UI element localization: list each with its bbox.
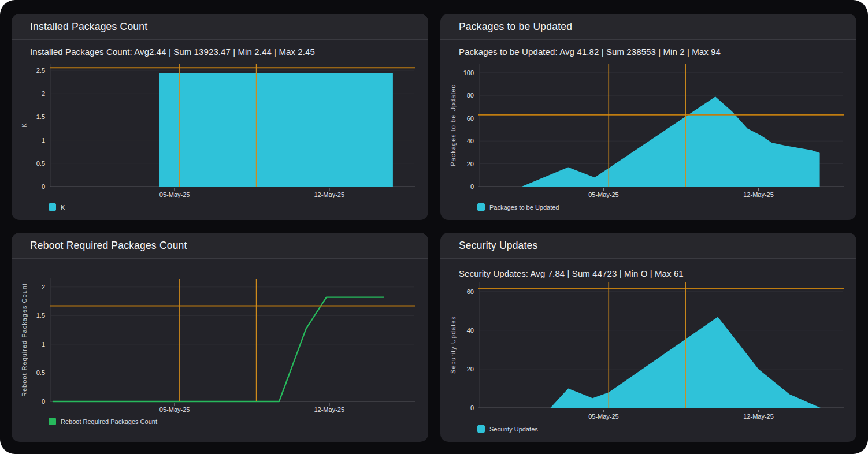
svg-text:2: 2 <box>42 284 45 291</box>
svg-text:80: 80 <box>467 92 474 99</box>
svg-text:Reboot Required Packages Count: Reboot Required Packages Count <box>21 283 28 397</box>
legend-label[interactable]: Reboot Required Packages Count <box>61 418 157 425</box>
svg-text:K: K <box>21 122 28 127</box>
svg-text:60: 60 <box>467 115 474 122</box>
svg-text:0.5: 0.5 <box>36 369 45 376</box>
legend-swatch[interactable] <box>49 418 56 425</box>
legend: Reboot Required Packages Count <box>49 418 157 425</box>
legend-swatch[interactable] <box>477 203 485 211</box>
svg-text:2.5: 2.5 <box>36 67 45 74</box>
svg-text:20: 20 <box>467 161 474 168</box>
legend: Packages to be Updated <box>477 203 559 211</box>
svg-text:Security Updates: Security Updates <box>450 316 457 374</box>
svg-text:12-May-25: 12-May-25 <box>314 191 344 198</box>
installed-packages-chart[interactable]: 00.511.522.505-May-2512-May-25K <box>12 14 428 220</box>
legend-label[interactable]: K <box>61 204 65 211</box>
svg-text:1: 1 <box>42 137 45 144</box>
legend-swatch[interactable] <box>49 203 56 211</box>
svg-text:100: 100 <box>463 69 474 76</box>
svg-text:60: 60 <box>467 288 474 295</box>
panel-packages-to-be-updated: Packages to be Updated Packages to be Up… <box>440 14 856 220</box>
svg-text:12-May-25: 12-May-25 <box>743 191 774 198</box>
svg-text:12-May-25: 12-May-25 <box>743 413 774 420</box>
svg-text:1.5: 1.5 <box>36 312 45 319</box>
panel-security-updates: Security Updates Security Updates: Avg 7… <box>440 233 856 442</box>
legend: Security Updates <box>477 425 538 433</box>
svg-text:1.5: 1.5 <box>36 113 45 120</box>
svg-text:05-May-25: 05-May-25 <box>588 191 619 198</box>
svg-text:0: 0 <box>42 398 45 405</box>
svg-text:0: 0 <box>470 404 474 411</box>
packages-to-be-updated-chart[interactable]: 02040608010005-May-2512-May-25Packages t… <box>440 14 856 220</box>
legend-label[interactable]: Packages to be Updated <box>489 204 559 211</box>
svg-text:0: 0 <box>42 183 45 190</box>
svg-text:0: 0 <box>470 183 474 190</box>
svg-text:12-May-25: 12-May-25 <box>314 406 344 413</box>
svg-text:05-May-25: 05-May-25 <box>588 413 619 420</box>
svg-text:05-May-25: 05-May-25 <box>159 406 190 413</box>
panel-reboot-required-packages-count: Reboot Required Packages Count 00.511.52… <box>12 233 428 442</box>
svg-text:05-May-25: 05-May-25 <box>159 191 190 198</box>
svg-text:Packages to be Updated: Packages to be Updated <box>450 84 457 166</box>
svg-text:0.5: 0.5 <box>36 160 45 167</box>
svg-text:40: 40 <box>467 327 474 334</box>
dashboard: Installed Packages Count Installed Packa… <box>0 0 868 454</box>
legend: K <box>49 203 65 211</box>
svg-text:20: 20 <box>467 366 474 373</box>
svg-text:2: 2 <box>42 90 45 97</box>
svg-text:1: 1 <box>42 341 45 348</box>
legend-label[interactable]: Security Updates <box>489 426 538 433</box>
reboot-required-packages-chart[interactable]: 00.511.5205-May-2512-May-25Reboot Requir… <box>12 233 428 442</box>
security-updates-chart[interactable]: 020406005-May-2512-May-25Security Update… <box>440 233 856 442</box>
svg-text:40: 40 <box>467 137 474 144</box>
legend-swatch[interactable] <box>477 425 485 433</box>
panel-installed-packages-count: Installed Packages Count Installed Packa… <box>12 14 428 220</box>
